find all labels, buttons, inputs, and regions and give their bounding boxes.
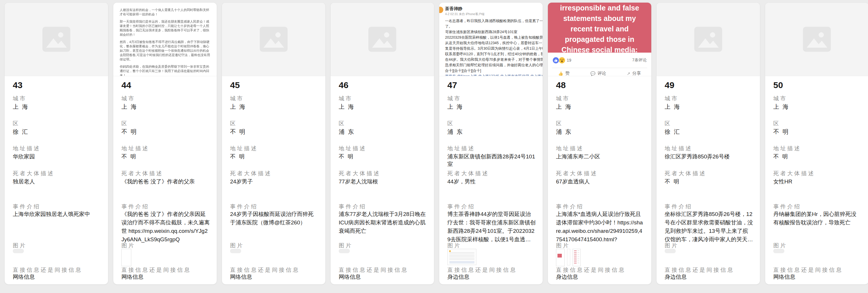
cover-image-article[interactable]: 人都没有这样的机会，一个病人需要几十个人的同时帮助和关怀才有可能获得一丝的机会！…	[113, 3, 217, 76]
red-post-text: irresponsible and false statements about…	[548, 3, 651, 53]
record-number: 50	[773, 80, 783, 90]
image-attachments	[230, 249, 241, 253]
field-label-address: 地址描述	[447, 145, 475, 152]
field-value-deceased: 《我的爸爸 没了》作者的父亲	[121, 178, 210, 185]
record-number: 49	[665, 80, 674, 90]
field-label-city: 城市	[121, 95, 135, 102]
card-gallery: 43城市上海区徐汇地址描述华欣家园死者大体描述独居老人事件介绍上海华欣家园独居老…	[0, 0, 868, 285]
record-number: 44	[121, 80, 131, 90]
field-label-district: 区	[13, 120, 20, 127]
record-number: 43	[13, 80, 22, 90]
field-label-event: 事件介绍	[665, 203, 692, 210]
field-label-address: 地址描述	[230, 145, 258, 152]
cover-image-placeholder[interactable]	[331, 3, 434, 76]
attachment-thumbnail-1[interactable]	[556, 249, 565, 266]
field-value-source-type: 身边信息	[447, 273, 536, 281]
weibo-body-line: 在44岁。我大伯和我大伯母70多岁老来丧子，对于整个事情我不做评价，	[445, 57, 540, 62]
field-value-address: 徐汇区罗秀路850弄26号楼	[665, 153, 753, 160]
image-attachments	[121, 249, 131, 266]
record-card-44[interactable]: 人都没有这样的机会，一个病人需要几十个人的同时帮助和关怀才有可能获得一丝的机会！…	[113, 2, 217, 285]
field-label-city: 城市	[773, 95, 787, 102]
attachment-pill-thumbnail[interactable]	[339, 249, 350, 253]
field-value-event: 24岁男子因核酸而延误治疗而猝死于浦东医院（微博@红茶260）	[230, 210, 318, 227]
weibo-body-line: 一名志愿者，昨日我投入路浦西核酸检测的队伍，但是累了一天后晚上接	[445, 18, 540, 24]
field-label-address: 地址描述	[121, 145, 149, 152]
field-label-image: 图片	[665, 242, 679, 250]
post-action-like[interactable]: 👍赞	[558, 70, 570, 76]
weibo-post-body: 一名志愿者，昨日我投入路浦西核酸检测的队伍，但是累了一天后晚上接了。哥家住浦东新…	[445, 18, 540, 74]
image-attachments	[556, 249, 581, 266]
field-label-deceased: 死者大体描述	[447, 170, 489, 177]
card-body: 44城市上海区不明地址描述不明死者大体描述《我的爸爸 没了》作者的父亲事件介绍《…	[113, 76, 217, 284]
comments-count: 7条评论	[632, 58, 647, 63]
field-value-source-type: 网络信息	[773, 273, 862, 281]
cover-image-social-post[interactable]: irresponsible and false statements about…	[548, 3, 651, 76]
record-card-47[interactable]: 茶香禅静4-2 02:31 来自 iPhone客户端一名志愿者，昨日我投入路浦西…	[439, 2, 543, 285]
field-label-image: 图片	[447, 242, 461, 250]
wow-reaction-icon	[559, 57, 565, 64]
post-action-bar: 👍赞💬评论↗分享	[548, 68, 651, 76]
field-value-deceased: 77岁老人沈瑞根	[339, 178, 427, 185]
field-value-district: 浦东	[339, 128, 427, 136]
article-paragraph: 然而，4月3日被告知爸爸不得不进行高位截肢，由于下肢动脉硬化，整条腿都要截去，作…	[120, 40, 210, 62]
card-body: 45城市上海区不明地址描述不明死者大体描述24岁男子事件介绍24岁男子因核酸而延…	[222, 76, 326, 284]
field-label-deceased: 死者大体描述	[121, 170, 163, 177]
field-value-event: 丹纳赫集团的某Hr，因心脏猝死没有核酸报告耽误治疗，导致死亡	[773, 210, 862, 227]
attachment-thumbnail-3[interactable]	[572, 249, 581, 266]
cover-image-weibo-post[interactable]: 茶香禅静4-2 02:31 来自 iPhone客户端一名志愿者，昨日我投入路浦西…	[439, 3, 542, 76]
record-card-46[interactable]: 46城市上海区浦东地址描述不明死者大体描述77岁老人沈瑞根事件介绍浦东77岁老人…	[330, 2, 434, 285]
field-label-event: 事件介绍	[339, 203, 367, 210]
field-label-district: 区	[121, 120, 128, 127]
weibo-post-meta: 4-2 02:31 来自 iPhone客户端	[445, 12, 540, 16]
attachment-pill-thumbnail[interactable]	[230, 249, 241, 253]
attachment-document-thumbnail[interactable]	[121, 249, 131, 266]
attachment-pill-thumbnail[interactable]	[665, 249, 676, 253]
record-number: 47	[447, 80, 457, 90]
attachment-pill-thumbnail[interactable]	[13, 249, 24, 253]
cover-image-placeholder[interactable]	[222, 3, 326, 76]
article-screenshot-text: 人都没有这样的机会，一个病人需要几十个人的同时帮助和关怀才有可能获得一丝的机会！…	[113, 3, 217, 76]
field-value-deceased: 不明	[665, 178, 753, 185]
comment-icon: 💬	[590, 71, 595, 76]
thumbs-up-reaction-icon	[553, 57, 559, 64]
post-action-comment[interactable]: 💬评论	[590, 70, 606, 76]
record-card-43[interactable]: 43城市上海区徐汇地址描述华欣家园死者大体描述独居老人事件介绍上海华欣家园独居老…	[4, 2, 108, 285]
image-attachments	[447, 249, 476, 265]
field-label-address: 地址描述	[773, 145, 801, 152]
attachment-screenshot-thumbnail[interactable]	[447, 249, 476, 265]
field-label-district: 区	[665, 120, 672, 127]
field-value-city: 上海	[13, 103, 101, 111]
attachment-pill-thumbnail[interactable]	[773, 249, 784, 253]
weibo-body-line: 联系居委呼叫120，直到下午1点才到，经过40分钟的抢救，我哥的生命	[445, 52, 540, 57]
cover-image-placeholder[interactable]	[5, 3, 108, 76]
field-label-image: 图片	[121, 242, 135, 250]
attachment-thumbnail-2[interactable]	[567, 249, 570, 265]
cover-image-placeholder[interactable]	[656, 3, 760, 76]
field-value-city: 上海	[665, 103, 753, 111]
field-label-deceased: 死者大体描述	[665, 170, 707, 177]
field-value-city: 上海	[447, 103, 536, 111]
cover-image-placeholder[interactable]	[765, 3, 868, 76]
weibo-body-line: 合十][合十][合十][合十]	[445, 68, 540, 74]
record-card-45[interactable]: 45城市上海区不明地址描述不明死者大体描述24岁男子事件介绍24岁男子因核酸而延…	[222, 2, 326, 285]
field-label-source-type: 直接信息还是间接信息	[339, 266, 408, 274]
field-label-deceased: 死者大体描述	[13, 170, 55, 177]
record-card-49[interactable]: 49城市上海区徐汇地址描述徐汇区罗秀路850弄26号楼死者大体描述不明事件介绍坐…	[656, 2, 760, 285]
field-label-city: 城市	[339, 95, 353, 102]
record-card-50[interactable]: 50城市上海区不明地址描述不明死者大体描述女性HR事件介绍丹纳赫集团的某Hr，因…	[765, 2, 868, 285]
field-value-address: 不明	[121, 153, 210, 160]
record-number: 45	[230, 80, 240, 90]
reaction-summary: 19	[553, 57, 571, 64]
field-label-district: 区	[447, 120, 454, 127]
field-label-address: 地址描述	[665, 145, 692, 152]
field-label-city: 城市	[230, 95, 244, 102]
field-label-image: 图片	[339, 242, 353, 250]
field-label-event: 事件介绍	[13, 203, 41, 210]
record-number: 46	[339, 80, 348, 90]
field-value-event: 博主茶香禅静44岁的堂哥因延误治疗去世：我哥哥家住浦东新区唐镇创新西路28弄24…	[447, 210, 536, 243]
field-label-image: 图片	[230, 242, 244, 250]
field-label-district: 区	[773, 120, 780, 127]
record-card-48[interactable]: irresponsible and false statements about…	[548, 2, 652, 285]
photo-placeholder-icon	[803, 27, 831, 52]
post-action-share[interactable]: ↗分享	[627, 70, 641, 76]
